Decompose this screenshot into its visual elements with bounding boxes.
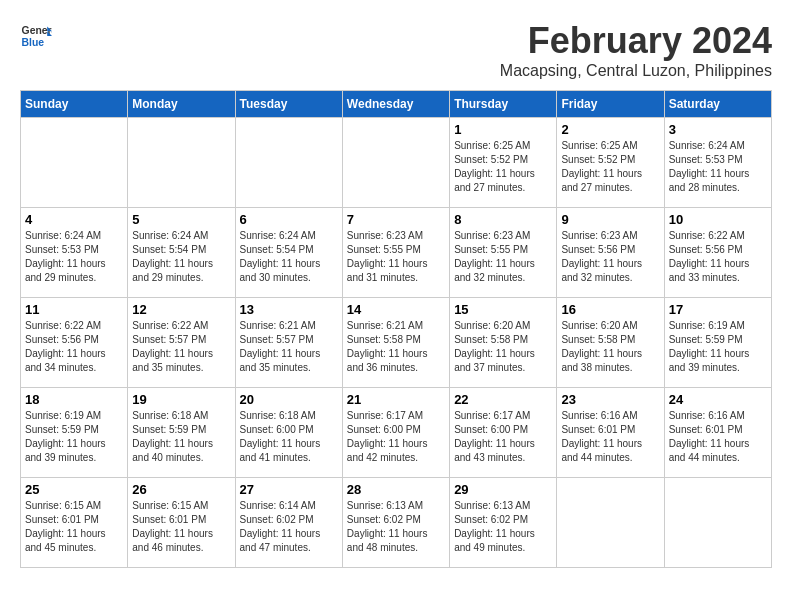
day-info: Sunrise: 6:23 AMSunset: 5:55 PMDaylight:… (347, 229, 445, 285)
calendar-cell: 13Sunrise: 6:21 AMSunset: 5:57 PMDayligh… (235, 298, 342, 388)
calendar-cell: 1Sunrise: 6:25 AMSunset: 5:52 PMDaylight… (450, 118, 557, 208)
calendar-cell: 5Sunrise: 6:24 AMSunset: 5:54 PMDaylight… (128, 208, 235, 298)
calendar-cell: 23Sunrise: 6:16 AMSunset: 6:01 PMDayligh… (557, 388, 664, 478)
calendar-table: SundayMondayTuesdayWednesdayThursdayFrid… (20, 90, 772, 568)
day-info: Sunrise: 6:21 AMSunset: 5:57 PMDaylight:… (240, 319, 338, 375)
day-info: Sunrise: 6:17 AMSunset: 6:00 PMDaylight:… (454, 409, 552, 465)
calendar-cell: 10Sunrise: 6:22 AMSunset: 5:56 PMDayligh… (664, 208, 771, 298)
calendar-cell (664, 478, 771, 568)
day-number: 10 (669, 212, 767, 227)
day-number: 11 (25, 302, 123, 317)
day-number: 14 (347, 302, 445, 317)
day-number: 24 (669, 392, 767, 407)
day-number: 19 (132, 392, 230, 407)
calendar-cell: 22Sunrise: 6:17 AMSunset: 6:00 PMDayligh… (450, 388, 557, 478)
calendar-cell: 16Sunrise: 6:20 AMSunset: 5:58 PMDayligh… (557, 298, 664, 388)
day-info: Sunrise: 6:19 AMSunset: 5:59 PMDaylight:… (25, 409, 123, 465)
day-info: Sunrise: 6:23 AMSunset: 5:56 PMDaylight:… (561, 229, 659, 285)
day-number: 16 (561, 302, 659, 317)
calendar-cell: 2Sunrise: 6:25 AMSunset: 5:52 PMDaylight… (557, 118, 664, 208)
svg-text:Blue: Blue (22, 37, 45, 48)
calendar-cell: 9Sunrise: 6:23 AMSunset: 5:56 PMDaylight… (557, 208, 664, 298)
day-number: 17 (669, 302, 767, 317)
day-number: 4 (25, 212, 123, 227)
day-number: 3 (669, 122, 767, 137)
day-info: Sunrise: 6:13 AMSunset: 6:02 PMDaylight:… (454, 499, 552, 555)
page-header: General Blue February 2024 Macapsing, Ce… (20, 20, 772, 80)
weekday-header: Saturday (664, 91, 771, 118)
day-info: Sunrise: 6:16 AMSunset: 6:01 PMDaylight:… (669, 409, 767, 465)
day-number: 15 (454, 302, 552, 317)
day-number: 12 (132, 302, 230, 317)
calendar-cell: 14Sunrise: 6:21 AMSunset: 5:58 PMDayligh… (342, 298, 449, 388)
day-info: Sunrise: 6:21 AMSunset: 5:58 PMDaylight:… (347, 319, 445, 375)
day-info: Sunrise: 6:15 AMSunset: 6:01 PMDaylight:… (25, 499, 123, 555)
calendar-cell: 29Sunrise: 6:13 AMSunset: 6:02 PMDayligh… (450, 478, 557, 568)
day-number: 26 (132, 482, 230, 497)
calendar-cell (342, 118, 449, 208)
weekday-header-row: SundayMondayTuesdayWednesdayThursdayFrid… (21, 91, 772, 118)
day-info: Sunrise: 6:24 AMSunset: 5:54 PMDaylight:… (240, 229, 338, 285)
day-info: Sunrise: 6:22 AMSunset: 5:56 PMDaylight:… (669, 229, 767, 285)
day-info: Sunrise: 6:19 AMSunset: 5:59 PMDaylight:… (669, 319, 767, 375)
day-info: Sunrise: 6:18 AMSunset: 5:59 PMDaylight:… (132, 409, 230, 465)
day-info: Sunrise: 6:24 AMSunset: 5:54 PMDaylight:… (132, 229, 230, 285)
day-number: 9 (561, 212, 659, 227)
calendar-cell: 6Sunrise: 6:24 AMSunset: 5:54 PMDaylight… (235, 208, 342, 298)
calendar-cell: 25Sunrise: 6:15 AMSunset: 6:01 PMDayligh… (21, 478, 128, 568)
day-number: 1 (454, 122, 552, 137)
calendar-cell: 21Sunrise: 6:17 AMSunset: 6:00 PMDayligh… (342, 388, 449, 478)
day-number: 29 (454, 482, 552, 497)
day-number: 7 (347, 212, 445, 227)
calendar-cell: 3Sunrise: 6:24 AMSunset: 5:53 PMDaylight… (664, 118, 771, 208)
day-number: 13 (240, 302, 338, 317)
day-info: Sunrise: 6:23 AMSunset: 5:55 PMDaylight:… (454, 229, 552, 285)
weekday-header: Wednesday (342, 91, 449, 118)
calendar-cell: 28Sunrise: 6:13 AMSunset: 6:02 PMDayligh… (342, 478, 449, 568)
day-info: Sunrise: 6:15 AMSunset: 6:01 PMDaylight:… (132, 499, 230, 555)
calendar-week-row: 18Sunrise: 6:19 AMSunset: 5:59 PMDayligh… (21, 388, 772, 478)
calendar-cell: 27Sunrise: 6:14 AMSunset: 6:02 PMDayligh… (235, 478, 342, 568)
calendar-cell (235, 118, 342, 208)
calendar-cell: 24Sunrise: 6:16 AMSunset: 6:01 PMDayligh… (664, 388, 771, 478)
day-number: 27 (240, 482, 338, 497)
calendar-week-row: 4Sunrise: 6:24 AMSunset: 5:53 PMDaylight… (21, 208, 772, 298)
calendar-cell: 15Sunrise: 6:20 AMSunset: 5:58 PMDayligh… (450, 298, 557, 388)
day-info: Sunrise: 6:13 AMSunset: 6:02 PMDaylight:… (347, 499, 445, 555)
logo: General Blue (20, 20, 52, 52)
calendar-cell: 8Sunrise: 6:23 AMSunset: 5:55 PMDaylight… (450, 208, 557, 298)
day-number: 28 (347, 482, 445, 497)
calendar-cell (557, 478, 664, 568)
day-number: 18 (25, 392, 123, 407)
calendar-cell: 20Sunrise: 6:18 AMSunset: 6:00 PMDayligh… (235, 388, 342, 478)
day-number: 6 (240, 212, 338, 227)
calendar-cell: 26Sunrise: 6:15 AMSunset: 6:01 PMDayligh… (128, 478, 235, 568)
day-info: Sunrise: 6:20 AMSunset: 5:58 PMDaylight:… (561, 319, 659, 375)
day-number: 5 (132, 212, 230, 227)
day-info: Sunrise: 6:25 AMSunset: 5:52 PMDaylight:… (561, 139, 659, 195)
day-number: 23 (561, 392, 659, 407)
calendar-cell: 7Sunrise: 6:23 AMSunset: 5:55 PMDaylight… (342, 208, 449, 298)
day-info: Sunrise: 6:22 AMSunset: 5:56 PMDaylight:… (25, 319, 123, 375)
weekday-header: Monday (128, 91, 235, 118)
calendar-cell: 19Sunrise: 6:18 AMSunset: 5:59 PMDayligh… (128, 388, 235, 478)
calendar-cell (128, 118, 235, 208)
day-number: 8 (454, 212, 552, 227)
calendar-cell: 18Sunrise: 6:19 AMSunset: 5:59 PMDayligh… (21, 388, 128, 478)
day-info: Sunrise: 6:17 AMSunset: 6:00 PMDaylight:… (347, 409, 445, 465)
title-block: February 2024 Macapsing, Central Luzon, … (500, 20, 772, 80)
calendar-week-row: 11Sunrise: 6:22 AMSunset: 5:56 PMDayligh… (21, 298, 772, 388)
day-info: Sunrise: 6:25 AMSunset: 5:52 PMDaylight:… (454, 139, 552, 195)
day-number: 2 (561, 122, 659, 137)
calendar-cell: 17Sunrise: 6:19 AMSunset: 5:59 PMDayligh… (664, 298, 771, 388)
logo-icon: General Blue (20, 20, 52, 52)
location-subtitle: Macapsing, Central Luzon, Philippines (500, 62, 772, 80)
calendar-cell (21, 118, 128, 208)
weekday-header: Friday (557, 91, 664, 118)
calendar-week-row: 1Sunrise: 6:25 AMSunset: 5:52 PMDaylight… (21, 118, 772, 208)
day-info: Sunrise: 6:14 AMSunset: 6:02 PMDaylight:… (240, 499, 338, 555)
day-info: Sunrise: 6:20 AMSunset: 5:58 PMDaylight:… (454, 319, 552, 375)
calendar-cell: 4Sunrise: 6:24 AMSunset: 5:53 PMDaylight… (21, 208, 128, 298)
day-info: Sunrise: 6:24 AMSunset: 5:53 PMDaylight:… (669, 139, 767, 195)
day-info: Sunrise: 6:18 AMSunset: 6:00 PMDaylight:… (240, 409, 338, 465)
